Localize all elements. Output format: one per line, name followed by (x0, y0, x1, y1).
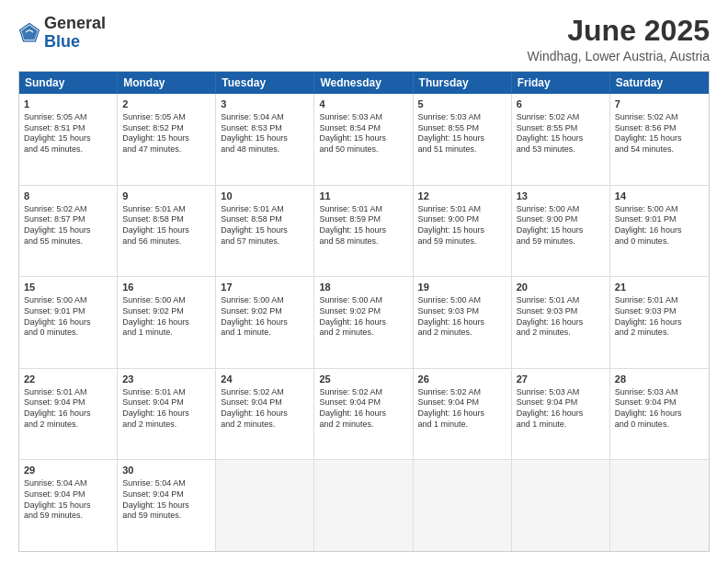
location: Windhag, Lower Austria, Austria (528, 49, 710, 63)
calendar-cell (414, 460, 512, 551)
cell-info: Sunrise: 5:03 AMSunset: 9:04 PMDaylight:… (615, 387, 704, 431)
cell-info: Sunrise: 5:01 AMSunset: 9:03 PMDaylight:… (517, 295, 605, 339)
cell-info: Sunrise: 5:01 AMSunset: 9:03 PMDaylight:… (615, 295, 704, 339)
day-number: 15 (24, 281, 112, 294)
cell-info: Sunrise: 5:02 AMSunset: 8:56 PMDaylight:… (615, 112, 704, 155)
calendar-cell: 21Sunrise: 5:01 AMSunset: 9:03 PMDayligh… (610, 277, 709, 368)
cell-info: Sunrise: 5:05 AMSunset: 8:52 PMDaylight:… (122, 112, 210, 155)
logo-icon (18, 22, 40, 44)
calendar-row-4: 29Sunrise: 5:04 AMSunset: 9:04 PMDayligh… (19, 460, 709, 551)
cell-info: Sunrise: 5:03 AMSunset: 9:04 PMDaylight:… (517, 387, 605, 431)
calendar-row-1: 8Sunrise: 5:02 AMSunset: 8:57 PMDaylight… (19, 186, 709, 278)
day-number: 14 (615, 190, 704, 203)
month-title: June 2025 (528, 15, 710, 47)
day-number: 4 (319, 98, 407, 111)
calendar-cell: 7Sunrise: 5:02 AMSunset: 8:56 PMDaylight… (610, 94, 709, 185)
cell-info: Sunrise: 5:02 AMSunset: 8:57 PMDaylight:… (24, 204, 112, 247)
calendar-cell (314, 460, 413, 551)
calendar-row-0: 1Sunrise: 5:05 AMSunset: 8:51 PMDaylight… (19, 94, 709, 186)
calendar-cell: 27Sunrise: 5:03 AMSunset: 9:04 PMDayligh… (512, 369, 610, 460)
cell-info: Sunrise: 5:03 AMSunset: 8:55 PMDaylight:… (418, 112, 506, 155)
header-day-sunday: Sunday (19, 72, 118, 94)
calendar-header: SundayMondayTuesdayWednesdayThursdayFrid… (19, 72, 709, 94)
cell-info: Sunrise: 5:00 AMSunset: 9:00 PMDaylight:… (517, 204, 605, 247)
cell-info: Sunrise: 5:00 AMSunset: 9:02 PMDaylight:… (122, 295, 210, 339)
cell-info: Sunrise: 5:00 AMSunset: 9:02 PMDaylight:… (221, 295, 309, 339)
cell-info: Sunrise: 5:02 AMSunset: 9:04 PMDaylight:… (319, 387, 407, 431)
cell-info: Sunrise: 5:02 AMSunset: 8:55 PMDaylight:… (517, 112, 605, 155)
calendar-cell: 12Sunrise: 5:01 AMSunset: 9:00 PMDayligh… (414, 186, 512, 277)
day-number: 3 (221, 98, 309, 111)
cell-info: Sunrise: 5:01 AMSunset: 9:00 PMDaylight:… (418, 204, 506, 247)
day-number: 23 (122, 373, 210, 386)
calendar-cell: 1Sunrise: 5:05 AMSunset: 8:51 PMDaylight… (19, 94, 118, 185)
cell-info: Sunrise: 5:01 AMSunset: 8:59 PMDaylight:… (319, 204, 407, 247)
header-day-friday: Friday (512, 72, 610, 94)
calendar-cell: 8Sunrise: 5:02 AMSunset: 8:57 PMDaylight… (19, 186, 118, 277)
calendar-cell: 20Sunrise: 5:01 AMSunset: 9:03 PMDayligh… (512, 277, 610, 368)
calendar-cell: 4Sunrise: 5:03 AMSunset: 8:54 PMDaylight… (314, 94, 413, 185)
page: General Blue June 2025 Windhag, Lower Au… (0, 0, 728, 563)
calendar-row-3: 22Sunrise: 5:01 AMSunset: 9:04 PMDayligh… (19, 369, 709, 461)
day-number: 22 (24, 373, 112, 386)
header-day-monday: Monday (118, 72, 216, 94)
cell-info: Sunrise: 5:00 AMSunset: 9:02 PMDaylight:… (319, 295, 407, 339)
day-number: 21 (615, 281, 704, 294)
calendar-cell: 6Sunrise: 5:02 AMSunset: 8:55 PMDaylight… (512, 94, 610, 185)
calendar-cell (216, 460, 314, 551)
calendar-cell: 19Sunrise: 5:00 AMSunset: 9:03 PMDayligh… (414, 277, 512, 368)
cell-info: Sunrise: 5:02 AMSunset: 9:04 PMDaylight:… (221, 387, 309, 431)
calendar-body: 1Sunrise: 5:05 AMSunset: 8:51 PMDaylight… (19, 94, 709, 551)
calendar-cell: 13Sunrise: 5:00 AMSunset: 9:00 PMDayligh… (512, 186, 610, 277)
day-number: 13 (517, 190, 605, 203)
day-number: 2 (122, 98, 210, 111)
day-number: 29 (24, 464, 112, 477)
day-number: 9 (122, 190, 210, 203)
cell-info: Sunrise: 5:01 AMSunset: 9:04 PMDaylight:… (122, 387, 210, 431)
cell-info: Sunrise: 5:04 AMSunset: 9:04 PMDaylight:… (24, 478, 112, 522)
day-number: 30 (122, 464, 210, 477)
calendar-cell (512, 460, 610, 551)
cell-info: Sunrise: 5:00 AMSunset: 9:03 PMDaylight:… (418, 295, 506, 339)
calendar-row-2: 15Sunrise: 5:00 AMSunset: 9:01 PMDayligh… (19, 277, 709, 369)
day-number: 11 (319, 190, 407, 203)
calendar-cell: 22Sunrise: 5:01 AMSunset: 9:04 PMDayligh… (19, 369, 118, 460)
day-number: 20 (517, 281, 605, 294)
calendar-cell: 15Sunrise: 5:00 AMSunset: 9:01 PMDayligh… (19, 277, 118, 368)
calendar-cell: 28Sunrise: 5:03 AMSunset: 9:04 PMDayligh… (610, 369, 709, 460)
day-number: 18 (319, 281, 407, 294)
day-number: 17 (221, 281, 309, 294)
calendar-cell: 25Sunrise: 5:02 AMSunset: 9:04 PMDayligh… (314, 369, 413, 460)
day-number: 1 (24, 98, 112, 111)
day-number: 19 (418, 281, 506, 294)
logo-text: General Blue (44, 15, 106, 52)
calendar-cell: 11Sunrise: 5:01 AMSunset: 8:59 PMDayligh… (314, 186, 413, 277)
calendar-cell: 24Sunrise: 5:02 AMSunset: 9:04 PMDayligh… (216, 369, 314, 460)
cell-info: Sunrise: 5:04 AMSunset: 9:04 PMDaylight:… (122, 478, 210, 522)
day-number: 5 (418, 98, 506, 111)
header-day-thursday: Thursday (414, 72, 512, 94)
header: General Blue June 2025 Windhag, Lower Au… (18, 15, 710, 63)
header-day-saturday: Saturday (610, 72, 709, 94)
calendar-cell: 23Sunrise: 5:01 AMSunset: 9:04 PMDayligh… (118, 369, 216, 460)
day-number: 28 (615, 373, 704, 386)
cell-info: Sunrise: 5:05 AMSunset: 8:51 PMDaylight:… (24, 112, 112, 155)
calendar-cell: 10Sunrise: 5:01 AMSunset: 8:58 PMDayligh… (216, 186, 314, 277)
cell-info: Sunrise: 5:03 AMSunset: 8:54 PMDaylight:… (319, 112, 407, 155)
day-number: 16 (122, 281, 210, 294)
calendar-cell: 18Sunrise: 5:00 AMSunset: 9:02 PMDayligh… (314, 277, 413, 368)
logo: General Blue (18, 15, 106, 52)
calendar-cell: 29Sunrise: 5:04 AMSunset: 9:04 PMDayligh… (19, 460, 118, 551)
calendar-cell: 17Sunrise: 5:00 AMSunset: 9:02 PMDayligh… (216, 277, 314, 368)
calendar-cell: 5Sunrise: 5:03 AMSunset: 8:55 PMDaylight… (414, 94, 512, 185)
title-block: June 2025 Windhag, Lower Austria, Austri… (528, 15, 710, 63)
calendar-cell: 3Sunrise: 5:04 AMSunset: 8:53 PMDaylight… (216, 94, 314, 185)
calendar-cell (610, 460, 709, 551)
cell-info: Sunrise: 5:01 AMSunset: 8:58 PMDaylight:… (221, 204, 309, 247)
cell-info: Sunrise: 5:00 AMSunset: 9:01 PMDaylight:… (24, 295, 112, 339)
day-number: 24 (221, 373, 309, 386)
day-number: 8 (24, 190, 112, 203)
cell-info: Sunrise: 5:01 AMSunset: 8:58 PMDaylight:… (122, 204, 210, 247)
header-day-tuesday: Tuesday (216, 72, 314, 94)
day-number: 25 (319, 373, 407, 386)
